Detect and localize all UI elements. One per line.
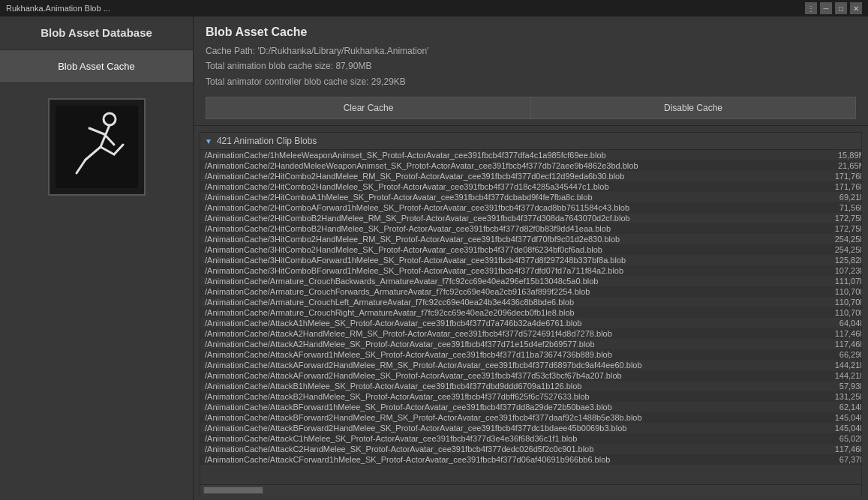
blob-path: /AnimationCache/AttackBForward2HandMelee… xyxy=(205,424,811,433)
logo-svg xyxy=(56,106,138,188)
blob-size: 110,70KB xyxy=(811,308,861,317)
blob-row: /AnimationCache/AttackC1hMelee_SK_Protof… xyxy=(200,433,861,444)
blob-path: /AnimationCache/AttackAForward2HandMelee… xyxy=(205,361,811,370)
blob-row: /AnimationCache/AttackBForward1hMelee_SK… xyxy=(200,402,861,412)
blob-size: 144,21KB xyxy=(811,361,861,370)
blob-row: /AnimationCache/AttackC2HandMelee_SK_Pro… xyxy=(200,444,861,454)
horizontal-scrollbar[interactable] xyxy=(200,485,862,496)
blob-row: /AnimationCache/AttackB1hMelee_SK_Protof… xyxy=(200,381,861,391)
blob-path: /AnimationCache/Armature_CrouchLeft_Arma… xyxy=(205,298,811,307)
blob-section-header: ▼ 421 Animation Clip Blobs xyxy=(200,132,862,150)
blob-row: /AnimationCache/AttackBForward2HandMelee… xyxy=(200,423,861,433)
blob-size: 144,21KB xyxy=(811,371,861,380)
blob-row: /AnimationCache/2HitComboB2HandMelee_SK_… xyxy=(200,223,861,234)
blob-row: /AnimationCache/AttackA2HandMelee_SK_Pro… xyxy=(200,339,861,349)
blob-size: 110,70KB xyxy=(811,298,861,307)
blob-path: /AnimationCache/3HitCombo2HandMelee_RM_S… xyxy=(205,235,811,244)
blob-path: /AnimationCache/3HitComboAForward1hMelee… xyxy=(205,256,811,265)
sidebar-logo xyxy=(48,98,146,196)
maximize-button[interactable]: □ xyxy=(835,2,847,14)
blob-size: 254,25KB xyxy=(811,235,861,244)
blob-size: 69,21KB xyxy=(811,193,861,202)
content-title: Blob Asset Cache xyxy=(206,25,856,39)
blob-row: /AnimationCache/AttackA1hMelee_SK_Protof… xyxy=(200,318,861,328)
blob-size: 117,46KB xyxy=(811,329,861,338)
blob-size: 125,82KB xyxy=(811,256,861,265)
blob-path: /AnimationCache/2HitCombo2HandMelee_RM_S… xyxy=(205,172,811,181)
blob-size: 62,14KB xyxy=(811,403,861,412)
blob-size: 66,29KB xyxy=(811,350,861,359)
blob-size: 145,04KB xyxy=(811,424,861,433)
cache-actions: Clear Cache Disable Cache xyxy=(206,97,856,119)
blob-path: /AnimationCache/2HandedMeleeWeaponAnimse… xyxy=(205,161,811,170)
blob-row: /AnimationCache/2HitCombo2HandMelee_SK_P… xyxy=(200,181,861,192)
total-animation-blob: Total animation blob cache size: 87,90MB xyxy=(206,58,856,73)
blob-row: /AnimationCache/Armature_CrouchLeft_Arma… xyxy=(200,297,861,307)
blob-path: /AnimationCache/AttackB1hMelee_SK_Protof… xyxy=(205,382,811,391)
window-controls: ⋮ ─ □ ✕ xyxy=(805,2,862,14)
blob-row: /AnimationCache/AttackB2HandMelee_SK_Pro… xyxy=(200,391,861,402)
blob-row: /AnimationCache/Armature_CrouchRight_Arm… xyxy=(200,307,861,318)
blob-row: /AnimationCache/2HandedMeleeWeaponAnimse… xyxy=(200,160,861,171)
blob-size: 15,89MB xyxy=(811,151,861,160)
blob-size: 67,37KB xyxy=(811,455,861,464)
h-scroll-track[interactable] xyxy=(200,485,861,496)
blob-row: /AnimationCache/2HitComboAForward1hMelee… xyxy=(200,202,861,213)
blob-row: /AnimationCache/AttackBForward2HandMelee… xyxy=(200,412,861,423)
blob-path: /AnimationCache/Armature_CrouchBackwards… xyxy=(205,277,811,286)
blob-row: /AnimationCache/AttackAForward2HandMelee… xyxy=(200,360,861,370)
blob-row: /AnimationCache/3HitCombo2HandMelee_RM_S… xyxy=(200,234,861,244)
blob-row: /AnimationCache/AttackA2HandMelee_RM_SK_… xyxy=(200,328,861,339)
h-scroll-thumb[interactable] xyxy=(203,487,263,494)
blob-row: /AnimationCache/AttackCForward1hMelee_SK… xyxy=(200,454,861,465)
blob-row: /AnimationCache/3HitComboAForward1hMelee… xyxy=(200,255,861,265)
blob-path: /AnimationCache/Armature_CrouchRight_Arm… xyxy=(205,308,811,317)
blob-list[interactable]: /AnimationCache/1hMeleeWeaponAnimset_SK_… xyxy=(200,150,861,484)
blob-path: /AnimationCache/AttackA1hMelee_SK_Protof… xyxy=(205,319,811,328)
blob-row: /AnimationCache/2HitCombo2HandMelee_RM_S… xyxy=(200,171,861,181)
blob-size: 111,07KB xyxy=(811,277,861,286)
blob-row: /AnimationCache/1hMeleeWeaponAnimset_SK_… xyxy=(200,150,861,160)
minimize-button[interactable]: ─ xyxy=(820,2,832,14)
blob-path: /AnimationCache/AttackA2HandMelee_RM_SK_… xyxy=(205,329,811,338)
blob-size: 64,04KB xyxy=(811,319,861,328)
blob-path: /AnimationCache/1hMeleeWeaponAnimset_SK_… xyxy=(205,151,811,160)
blob-size: 21,65MB xyxy=(811,161,861,170)
content-header: Blob Asset Cache Cache Path: 'D:/Rukhank… xyxy=(194,16,868,126)
blob-path: /AnimationCache/AttackA2HandMelee_SK_Pro… xyxy=(205,340,811,349)
blob-row: /AnimationCache/Armature_CrouchBackwards… xyxy=(200,276,861,286)
blob-path: /AnimationCache/AttackAForward2HandMelee… xyxy=(205,371,811,380)
blob-size: 172,75KB xyxy=(811,224,861,233)
blob-size: 65,02KB xyxy=(811,434,861,443)
main-layout: Blob Asset Database Blob Asset Cache xyxy=(0,16,868,500)
blob-row: /AnimationCache/2HitComboA1hMelee_SK_Pro… xyxy=(200,192,861,202)
blob-path: /AnimationCache/2HitCombo2HandMelee_SK_P… xyxy=(205,182,811,191)
blob-size: 117,46KB xyxy=(811,340,861,349)
blob-path: /AnimationCache/2HitComboB2HandMelee_RM_… xyxy=(205,214,811,223)
blob-size: 254,25KB xyxy=(811,245,861,254)
blob-row: /AnimationCache/AttackAForward2HandMelee… xyxy=(200,370,861,381)
blob-row: /AnimationCache/AttackAForward1hMelee_SK… xyxy=(200,349,861,360)
blob-path: /AnimationCache/3HitCombo2HandMelee_SK_P… xyxy=(205,245,811,254)
clear-cache-button[interactable]: Clear Cache xyxy=(206,97,530,119)
disable-cache-button[interactable]: Disable Cache xyxy=(530,97,856,119)
sidebar-item-blob-asset-cache[interactable]: Blob Asset Cache xyxy=(0,50,193,83)
total-controller-blob: Total animator controller blob cache siz… xyxy=(206,74,856,89)
blob-section: ▼ 421 Animation Clip Blobs /AnimationCac… xyxy=(194,126,868,500)
menu-button[interactable]: ⋮ xyxy=(805,2,817,14)
blob-path: /AnimationCache/AttackBForward1hMelee_SK… xyxy=(205,403,811,412)
blob-row: /AnimationCache/3HitComboBForward1hMelee… xyxy=(200,265,861,276)
blob-size: 172,75KB xyxy=(811,214,861,223)
blob-path: /AnimationCache/AttackBForward2HandMelee… xyxy=(205,413,811,422)
collapse-icon[interactable]: ▼ xyxy=(205,137,212,145)
blob-path: /AnimationCache/2HitComboA1hMelee_SK_Pro… xyxy=(205,193,811,202)
blob-size: 171,76KB xyxy=(811,182,861,191)
blob-list-container: /AnimationCache/1hMeleeWeaponAnimset_SK_… xyxy=(200,150,862,485)
content-area: Blob Asset Cache Cache Path: 'D:/Rukhank… xyxy=(194,16,868,500)
sidebar-item-label: Blob Asset Cache xyxy=(58,61,135,72)
blob-path: /AnimationCache/AttackCForward1hMelee_SK… xyxy=(205,455,811,464)
cache-info: Cache Path: 'D:/Rukhanka/Library/Rukhank… xyxy=(206,43,856,89)
blob-path: /AnimationCache/AttackB2HandMelee_SK_Pro… xyxy=(205,392,811,401)
close-button[interactable]: ✕ xyxy=(850,2,862,14)
cache-path: Cache Path: 'D:/Rukhanka/Library/Rukhank… xyxy=(206,43,856,58)
